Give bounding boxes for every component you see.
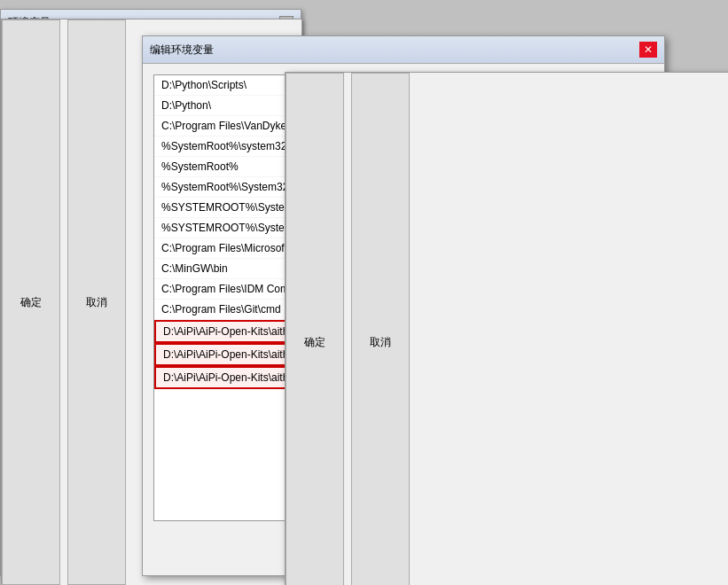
env-ok-button[interactable]: 确定	[2, 20, 60, 585]
edit-env-close-button[interactable]: ✕	[639, 42, 657, 58]
edit-env-cancel-button[interactable]: 取消	[351, 73, 410, 585]
edit-env-title-bar: 编辑环境变量 ✕	[143, 36, 664, 64]
edit-env-ok-button[interactable]: 确定	[286, 73, 344, 585]
edit-env-title: 编辑环境变量	[150, 43, 214, 58]
env-cancel-button[interactable]: 取消	[67, 20, 126, 585]
edit-env-dialog: 编辑环境变量 ✕ D:\Python\Scripts\D:\Python\C:\…	[142, 35, 665, 576]
